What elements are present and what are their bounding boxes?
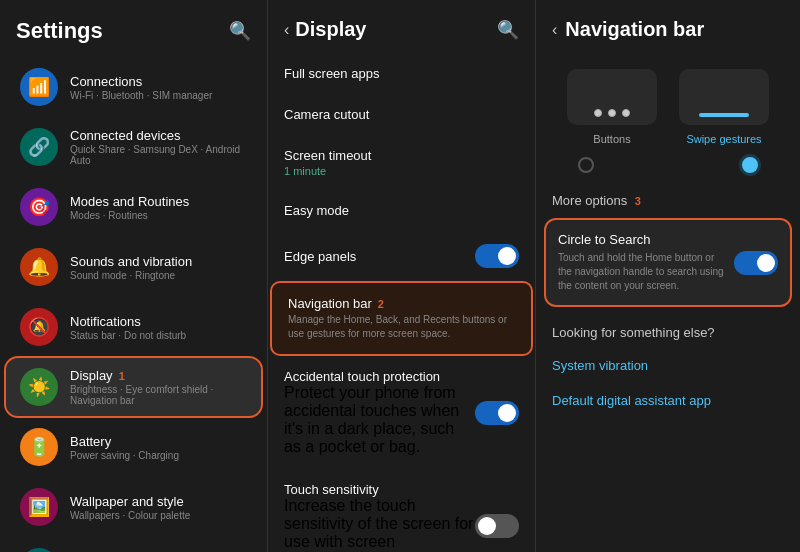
sidebar-item-subtitle-sounds: Sound mode · Ringtone [70,270,247,281]
display-item-edge-panels[interactable]: Edge panels [268,231,535,281]
display-item-full-screen-apps[interactable]: Full screen apps [268,53,535,94]
display-item-title-touch-sensitivity: Touch sensitivity [284,482,475,497]
display-list: Full screen appsCamera cutoutScreen time… [268,53,535,552]
display-item-desc-navigation-bar: Manage the Home, Back, and Recents butto… [288,313,515,341]
display-item-camera-cutout[interactable]: Camera cutout [268,94,535,135]
sidebar-item-title-connected-devices: Connected devices [70,128,247,143]
nav-dot-1 [594,109,602,117]
circle-search-toggle[interactable] [734,251,778,275]
sidebar-item-subtitle-display: Brightness · Eye comfort shield · Naviga… [70,384,247,406]
battery-icon: 🔋 [20,428,58,466]
settings-list: 📶ConnectionsWi-Fi · Bluetooth · SIM mana… [0,56,267,552]
more-options-label: More options 3 [536,185,800,216]
navigation-bar-panel: ‹ Navigation bar Buttons Swipe gestures [536,0,800,552]
badge-1: 1 [119,370,125,382]
sidebar-item-subtitle-connections: Wi-Fi · Bluetooth · SIM manager [70,90,247,101]
sidebar-item-subtitle-notifications: Status bar · Do not disturb [70,330,247,341]
nav-swipe-option[interactable]: Swipe gestures [679,69,769,145]
badge-2: 2 [378,298,384,310]
sidebar-item-subtitle-wallpaper: Wallpapers · Colour palette [70,510,247,521]
toggle-edge-panels[interactable] [475,244,519,268]
sidebar-item-sounds[interactable]: 🔔Sounds and vibrationSound mode · Ringto… [6,238,261,296]
display-item-accidental-touch[interactable]: Accidental touch protectionProtect your … [268,356,535,469]
nav-options-preview: Buttons Swipe gestures [536,53,800,153]
nav-buttons-radio[interactable] [578,157,594,173]
nav-dot-2 [608,109,616,117]
display-item-title-screen-timeout: Screen timeout [284,148,519,163]
nav-radio-row [536,153,800,185]
sidebar-item-subtitle-battery: Power saving · Charging [70,450,247,461]
looking-for-label: Looking for something else? [536,309,800,348]
display-item-title-easy-mode: Easy mode [284,203,519,218]
settings-panel: Settings 🔍 📶ConnectionsWi-Fi · Bluetooth… [0,0,268,552]
circle-search-desc: Touch and hold the Home button or the na… [558,251,724,293]
connections-icon: 📶 [20,68,58,106]
nav-swipe-radio[interactable] [742,157,758,173]
sidebar-item-title-notifications: Notifications [70,314,247,329]
nav-title: Navigation bar [565,18,704,41]
settings-header: Settings 🔍 [0,0,267,56]
wallpaper-icon: 🖼️ [20,488,58,526]
circle-to-search-item[interactable]: Circle to Search Touch and hold the Home… [546,220,790,305]
sidebar-item-subtitle-connected-devices: Quick Share · Samsung DeX · Android Auto [70,144,247,166]
sidebar-item-title-sounds: Sounds and vibration [70,254,247,269]
display-item-screen-timeout[interactable]: Screen timeout1 minute [268,135,535,190]
sidebar-item-themes[interactable]: 🎨ThemesThemes · Wallpapers · Icons [6,538,261,552]
display-icon: ☀️ [20,368,58,406]
sidebar-item-connected-devices[interactable]: 🔗Connected devicesQuick Share · Samsung … [6,118,261,176]
display-item-touch-sensitivity[interactable]: Touch sensitivityIncrease the touch sens… [268,469,535,552]
modes-routines-icon: 🎯 [20,188,58,226]
settings-title: Settings [16,18,103,44]
nav-dot-3 [622,109,630,117]
display-item-desc-accidental-touch: Protect your phone from accidental touch… [284,384,475,456]
connected-devices-icon: 🔗 [20,128,58,166]
sidebar-item-modes-routines[interactable]: 🎯Modes and RoutinesModes · Routines [6,178,261,236]
nav-buttons-box [567,69,657,125]
display-item-title-camera-cutout: Camera cutout [284,107,519,122]
display-item-title-edge-panels: Edge panels [284,249,356,264]
sounds-icon: 🔔 [20,248,58,286]
nav-buttons-label: Buttons [593,133,630,145]
notifications-icon: 🔕 [20,308,58,346]
nav-swipe-box [679,69,769,125]
sidebar-item-subtitle-modes-routines: Modes · Routines [70,210,247,221]
sidebar-item-wallpaper[interactable]: 🖼️Wallpaper and styleWallpapers · Colour… [6,478,261,536]
display-search-button[interactable]: 🔍 [497,19,519,41]
sidebar-item-display[interactable]: ☀️Display1Brightness · Eye comfort shiel… [6,358,261,416]
badge-3: 3 [635,195,641,207]
circle-search-title: Circle to Search [558,232,724,247]
sidebar-item-battery[interactable]: 🔋BatteryPower saving · Charging [6,418,261,476]
display-item-navigation-bar[interactable]: Navigation bar2Manage the Home, Back, an… [272,283,531,354]
back-chevron-icon: ‹ [284,21,289,39]
display-item-subtitle-screen-timeout: 1 minute [284,165,519,177]
display-item-title-accidental-touch: Accidental touch protection [284,369,475,384]
system-vibration-link[interactable]: System vibration [536,348,800,383]
default-assistant-link[interactable]: Default digital assistant app [536,383,800,418]
sidebar-item-title-battery: Battery [70,434,247,449]
sidebar-item-connections[interactable]: 📶ConnectionsWi-Fi · Bluetooth · SIM mana… [6,58,261,116]
circle-search-text: Circle to Search Touch and hold the Home… [558,232,724,293]
sidebar-item-title-wallpaper: Wallpaper and style [70,494,247,509]
display-title: Display [295,18,497,41]
display-header: ‹ Display 🔍 [268,0,535,53]
nav-header: ‹ Navigation bar [536,0,800,53]
nav-back-button[interactable]: ‹ [552,21,557,39]
display-item-easy-mode[interactable]: Easy mode [268,190,535,231]
toggle-accidental-touch[interactable] [475,401,519,425]
display-panel: ‹ Display 🔍 Full screen appsCamera cutou… [268,0,536,552]
display-item-title-full-screen-apps: Full screen apps [284,66,519,81]
themes-icon: 🎨 [20,548,58,552]
settings-search-button[interactable]: 🔍 [229,20,251,42]
nav-buttons-option[interactable]: Buttons [567,69,657,145]
toggle-touch-sensitivity[interactable] [475,514,519,538]
nav-back-chevron-icon: ‹ [552,21,557,39]
sidebar-item-title-display: Display1 [70,368,247,383]
sidebar-item-title-connections: Connections [70,74,247,89]
display-back-button[interactable]: ‹ [284,21,289,39]
nav-gesture-bar [699,113,749,117]
display-item-desc-touch-sensitivity: Increase the touch sensitivity of the sc… [284,497,475,552]
sidebar-item-title-modes-routines: Modes and Routines [70,194,247,209]
nav-swipe-label: Swipe gestures [686,133,761,145]
sidebar-item-notifications[interactable]: 🔕NotificationsStatus bar · Do not distur… [6,298,261,356]
display-item-title-navigation-bar: Navigation bar2 [288,296,515,311]
